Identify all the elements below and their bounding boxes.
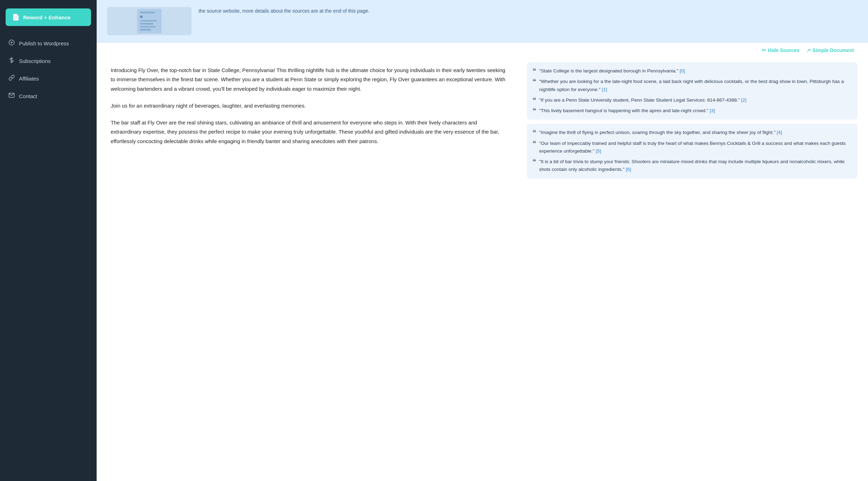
sidebar-item-publish-label: Publish to Wordpress (19, 40, 69, 46)
source-quote-row-6: ❝ "It is a bit of bar trivia to stump yo… (532, 158, 852, 174)
source-quote-row-4: ❝ "Imagine the thrill of flying in perfe… (532, 129, 852, 136)
sidebar-item-subscriptions-label: Subscriptions (19, 58, 51, 64)
source-quote-text-2: "If you are a Penn State University stud… (539, 96, 852, 104)
affiliates-icon (8, 75, 15, 82)
content-area: Introducing Fly Over, the top-notch bar … (97, 55, 868, 481)
quote-icon-1: ❝ (532, 78, 536, 85)
sidebar-item-affiliates-label: Affiliates (19, 76, 39, 82)
simple-document-label: Simple Document (812, 47, 854, 53)
reword-enhance-label: Reword + Enhance (23, 14, 71, 20)
source-quote-ref-6[interactable]: [6] (626, 167, 631, 172)
source-quote-ref-3[interactable]: [3] (710, 108, 715, 113)
quote-icon-0: ❝ (532, 68, 536, 75)
source-quote-text-5: "Our team of impeccably trained and help… (539, 140, 852, 155)
sidebar-item-subscriptions[interactable]: Subscriptions (0, 52, 97, 70)
banner-line-2 (140, 20, 157, 22)
top-banner: the source website, more details about t… (97, 0, 868, 43)
source-quote-row-0: ❝ "State College is the largest designat… (532, 67, 852, 75)
source-quote-row-1: ❝ "Whether you are looking for a the lat… (532, 78, 852, 94)
sidebar-item-contact-label: Contact (19, 93, 37, 99)
source-quote-text-1: "Whether you are looking for a the late-… (539, 78, 852, 94)
banner-image (107, 7, 192, 35)
quote-icon-2: ❝ (532, 97, 536, 104)
source-quote-text-0: "State College is the largest designated… (539, 67, 852, 75)
wordpress-icon (8, 39, 15, 47)
quote-icon-3: ❝ (532, 107, 536, 114)
sidebar: 📄 Reword + Enhance Publish to Wordpress … (0, 0, 97, 481)
hide-sources-link[interactable]: ✂ Hide Sources (762, 47, 799, 53)
mail-icon (8, 92, 15, 100)
source-quote-ref-2[interactable]: [2] (741, 97, 746, 103)
banner-line-5 (140, 29, 151, 31)
sidebar-item-publish[interactable]: Publish to Wordpress (0, 34, 97, 52)
banner-line-1 (140, 12, 155, 13)
source-quote-text-6: "It is a bit of bar trivia to stump your… (539, 158, 852, 174)
source-card-2: ❝ "Imagine the thrill of flying in perfe… (527, 124, 857, 178)
sources-panel: ❝ "State College is the largest designat… (520, 55, 857, 467)
article-text: Introducing Fly Over, the top-notch bar … (107, 55, 520, 467)
article-paragraph-3: The bar staff at Fly Over are the real s… (111, 118, 509, 146)
banner-text: the source website, more details about t… (199, 7, 854, 15)
banner-line-4 (140, 26, 156, 28)
dollar-icon (8, 57, 15, 65)
hide-sources-icon: ✂ (762, 47, 766, 53)
quote-icon-4: ❝ (532, 129, 536, 136)
simple-document-icon: ↗ (807, 47, 811, 53)
actions-row: ✂ Hide Sources ↗ Simple Document (97, 43, 868, 55)
reword-enhance-button[interactable]: 📄 Reword + Enhance (6, 8, 91, 26)
main-content: the source website, more details about t… (97, 0, 868, 481)
article-paragraph-2: Join us for an extraordinary night of be… (111, 101, 509, 110)
hide-sources-label: Hide Sources (768, 47, 799, 53)
source-quote-text-4: "Imagine the thrill of flying in perfect… (539, 129, 852, 136)
source-card-1: ❝ "State College is the largest designat… (527, 62, 857, 120)
banner-line-3 (140, 23, 153, 25)
source-quote-ref-4[interactable]: [4] (777, 130, 782, 135)
source-quote-text-3: "This lively basement hangout is happeni… (539, 107, 852, 115)
banner-dot (140, 15, 143, 18)
quote-icon-6: ❝ (532, 158, 536, 165)
source-quote-row-3: ❝ "This lively basement hangout is happe… (532, 107, 852, 115)
source-quote-ref-5[interactable]: [5] (596, 148, 601, 154)
banner-image-inner (137, 9, 162, 33)
sidebar-item-affiliates[interactable]: Affiliates (0, 70, 97, 87)
sidebar-item-contact[interactable]: Contact (0, 87, 97, 105)
source-quote-row-2: ❝ "If you are a Penn State University st… (532, 96, 852, 104)
quote-icon-5: ❝ (532, 140, 536, 147)
source-quote-row-5: ❝ "Our team of impeccably trained and he… (532, 140, 852, 155)
source-quote-ref-1[interactable]: [1] (602, 87, 607, 92)
simple-document-link[interactable]: ↗ Simple Document (807, 47, 854, 53)
article-paragraph-1: Introducing Fly Over, the top-notch bar … (111, 66, 509, 94)
document-icon: 📄 (12, 13, 20, 21)
source-quote-ref-0[interactable]: [0] (680, 68, 685, 73)
